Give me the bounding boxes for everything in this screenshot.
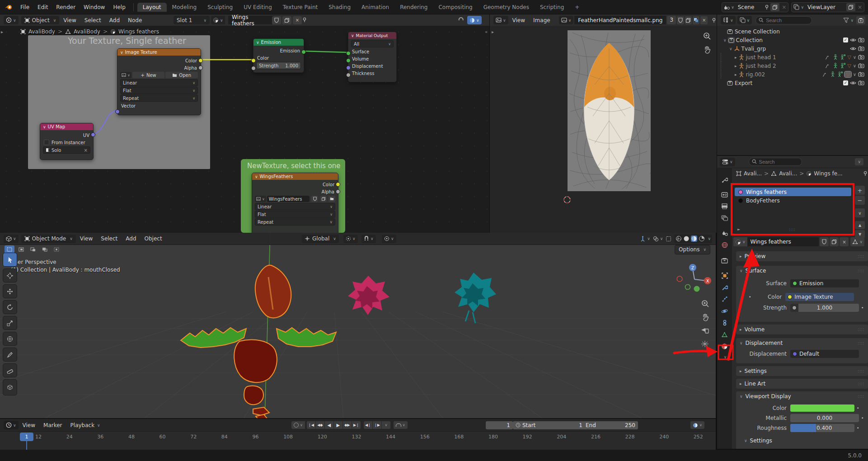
camera-render-icon[interactable] xyxy=(858,46,864,51)
viewport-settings-subpanel[interactable]: ∨Settings xyxy=(736,436,868,446)
jump-to-end-button[interactable]: ▶❘ xyxy=(352,421,361,429)
list-resize-grip[interactable]: :::: xyxy=(789,228,796,232)
shader-menu-view[interactable]: View xyxy=(59,17,80,24)
strength-input-socket[interactable] xyxy=(251,66,256,71)
timeline-ruler[interactable]: 1224364860728496108120132144156168180192… xyxy=(0,432,716,450)
tab-object-data[interactable] xyxy=(718,329,732,340)
surface-panel[interactable]: ∨Surface:::: Surface Emission ▸• Color I… xyxy=(736,266,868,322)
image-menu-image[interactable]: Image xyxy=(529,17,554,24)
fake-user-shield-icon[interactable] xyxy=(311,196,318,202)
overlays-dropdown[interactable]: ∨ xyxy=(653,236,663,242)
remove-viewlayer-button[interactable]: × xyxy=(858,4,862,10)
tool-scale[interactable] xyxy=(3,316,17,330)
tool-move[interactable] xyxy=(3,284,17,298)
blender-logo-icon[interactable] xyxy=(5,4,13,10)
tab-scroll-chevron[interactable]: ∨ xyxy=(724,355,727,359)
outliner-row-collection[interactable]: ∨ Collection ✓ xyxy=(717,36,868,44)
select-mode-circle-button[interactable] xyxy=(28,245,38,254)
menu-edit[interactable]: Edit xyxy=(33,4,52,10)
tool-cursor[interactable] xyxy=(3,268,17,282)
tab-physics[interactable] xyxy=(718,305,732,317)
settings-panel[interactable]: ▸Settings:::: xyxy=(736,366,868,376)
camera-render-icon[interactable] xyxy=(858,80,864,85)
list-expand-icon[interactable]: ► xyxy=(737,227,740,231)
tab-collection[interactable] xyxy=(718,254,732,266)
image-browse-dropdown[interactable]: ∨ xyxy=(559,16,574,24)
disclosure-icon[interactable]: ∨ xyxy=(723,38,727,42)
displacement-input-socket[interactable] xyxy=(346,66,351,70)
shading-material-button[interactable] xyxy=(691,235,697,242)
new-viewlayer-button[interactable] xyxy=(846,3,855,11)
tool-select-tweak[interactable] xyxy=(3,253,17,267)
tool-rotate[interactable] xyxy=(3,300,17,314)
snap-toggle[interactable]: ∨ xyxy=(361,235,376,243)
material-browse-dropdown[interactable]: ∨ xyxy=(211,16,225,24)
roughness-slider[interactable]: 0.400 xyxy=(790,424,854,432)
disclosure-icon[interactable]: ∨ xyxy=(729,47,732,51)
extension-dropdown[interactable]: Repeat∨ xyxy=(120,94,198,102)
slot-row-bodyfethers[interactable]: BodyFethers xyxy=(735,196,851,205)
zoom-tool-icon[interactable] xyxy=(703,32,711,40)
image-menu-view[interactable]: View xyxy=(508,17,529,24)
sidebar-toggle-icon[interactable]: ▸ xyxy=(1,29,3,34)
uv-output-socket[interactable] xyxy=(91,132,95,137)
displacement-value-button[interactable]: Default xyxy=(790,350,859,358)
transform-orientation-dropdown[interactable]: Global∨ xyxy=(302,235,339,243)
pan-hand-icon[interactable] xyxy=(703,46,711,54)
timeline-sync-dropdown[interactable]: ∨ xyxy=(690,421,704,429)
material-slot-list[interactable]: Wings feathers BodyFethers ► :::: xyxy=(733,186,853,234)
disclosure-icon[interactable]: ▸ xyxy=(735,55,737,60)
next-keyframe-button[interactable]: ◆▶ xyxy=(343,421,352,429)
mode-dropdown[interactable]: Object Mode∨ xyxy=(21,235,76,243)
material-output-node[interactable]: ∨Material Output All∨ Surface Volume Dis… xyxy=(348,32,397,82)
material-browse-dropdown[interactable]: ∨ xyxy=(733,237,747,246)
unlink-material-button[interactable]: × xyxy=(840,237,849,246)
tab-object[interactable] xyxy=(718,270,732,282)
scene-selector[interactable]: ∨ Scene × xyxy=(722,2,788,12)
tab-texture-paint[interactable]: Texture Paint xyxy=(277,3,323,12)
tab-particles[interactable] xyxy=(718,293,732,305)
remove-slot-button[interactable]: − xyxy=(855,196,865,205)
tab-scene[interactable] xyxy=(718,227,732,239)
tab-material[interactable] xyxy=(718,340,732,352)
shading-solid-button[interactable] xyxy=(683,235,690,242)
unlink-image-button[interactable]: × xyxy=(700,16,707,24)
projection-dropdown[interactable]: Flat∨ xyxy=(120,87,198,94)
shader-menu-node[interactable]: Node xyxy=(124,17,146,24)
frame-step-dropdown[interactable]: ∨ xyxy=(382,421,391,429)
frame-start-field[interactable]: Start 1 xyxy=(513,421,585,429)
add-slot-button[interactable]: + xyxy=(855,186,865,195)
unlink-scene-button[interactable]: × xyxy=(782,4,786,10)
menu-file[interactable]: File xyxy=(16,4,33,10)
tab-geometry-nodes[interactable]: Geometry Nodes xyxy=(478,3,535,12)
users-count-badge[interactable]: 3 xyxy=(667,16,676,24)
pin-icon[interactable] xyxy=(863,171,868,176)
image-browse-dropdown[interactable]: ∨ xyxy=(255,196,266,202)
outliner-row-export[interactable]: Export ✓ xyxy=(717,79,868,87)
outliner-row-scene-collection[interactable]: Scene Collection xyxy=(717,27,868,36)
image-editor[interactable]: ▸ xyxy=(490,26,717,233)
properties-options-dropdown[interactable]: ∨ xyxy=(855,158,863,165)
tab-animation[interactable]: Animation xyxy=(356,3,394,12)
tab-compositing[interactable]: Compositing xyxy=(433,3,478,12)
timeline[interactable]: ∨ View Marker Playback∨ ∨ ❘◀ ◀◆ ◀ ▶ ◆▶ ▶… xyxy=(0,418,716,450)
play-reverse-button[interactable]: ◀ xyxy=(325,421,334,429)
image-texture-node[interactable]: ∨Image Texture Color Alpha ∨ +New Open L… xyxy=(117,48,201,115)
new-material-button[interactable] xyxy=(282,16,291,24)
tab-tool[interactable] xyxy=(718,174,732,186)
clear-icon[interactable]: × xyxy=(84,148,88,153)
options-dropdown[interactable]: Options∨ xyxy=(675,245,710,254)
new-material-button[interactable] xyxy=(830,237,839,246)
new-scene-button[interactable] xyxy=(770,3,779,11)
properties-editor[interactable]: ∨ ∨ ∨ Avali... > Avali... > Wings f xyxy=(717,156,868,449)
menu-render[interactable]: Render xyxy=(52,4,80,10)
uvmap-select-dropdown[interactable]: Solo × xyxy=(43,146,90,154)
navigation-gizmo[interactable]: Z X xyxy=(676,261,712,296)
camera-render-icon[interactable] xyxy=(858,38,864,42)
output-target-dropdown[interactable]: All∨ xyxy=(351,40,394,47)
editor-type-dropdown[interactable]: ∨ xyxy=(4,16,19,24)
emission-node[interactable]: ∨Emission Emission Color Strength1.000 xyxy=(253,38,304,73)
outliner-search[interactable] xyxy=(755,16,812,24)
material-slot-dropdown[interactable]: Slot 1∨ xyxy=(174,16,210,24)
hide-icon[interactable]: ∨ xyxy=(853,72,856,77)
